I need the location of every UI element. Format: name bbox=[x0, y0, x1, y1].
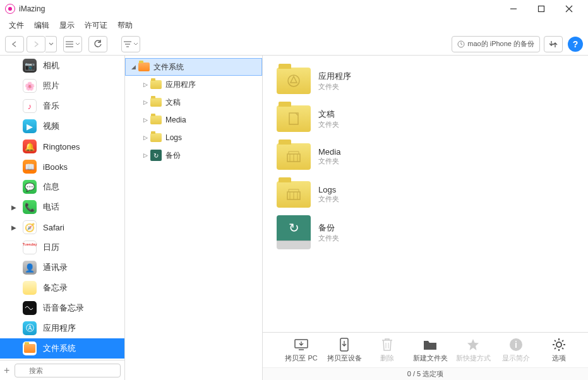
sidebar-list[interactable]: 📷相机 🌸照片 ♪音乐 ▶视频 🔔Ringtones 📖iBooks 💬信息 ▶… bbox=[0, 56, 124, 360]
refresh-button[interactable] bbox=[88, 36, 107, 52]
folder-icon bbox=[150, 79, 162, 90]
grid-item-docs[interactable]: 文稿文件夹 bbox=[275, 104, 417, 134]
chevron-right-icon[interactable]: ▷ bbox=[140, 152, 150, 158]
trash-icon bbox=[380, 337, 395, 352]
add-button[interactable]: + bbox=[4, 364, 9, 377]
folder-icon bbox=[23, 341, 37, 355]
tree-item-apps[interactable]: ▷应用程序 bbox=[125, 76, 262, 93]
info-button[interactable]: i显示简介 bbox=[495, 337, 537, 363]
history-dropdown[interactable] bbox=[45, 36, 57, 52]
search-input[interactable] bbox=[15, 364, 121, 377]
svg-line-37 bbox=[555, 340, 556, 341]
delete-button[interactable]: 删除 bbox=[366, 337, 409, 363]
chevron-right-icon[interactable]: ▷ bbox=[140, 117, 150, 123]
sidebar-item-messages[interactable]: 💬信息 bbox=[0, 177, 124, 197]
folder-logs-icon bbox=[275, 179, 312, 210]
content-panel: 应用程序文件夹 文稿文件夹 Media文件夹 Logs文件夹 ↻ 备份文件夹 拷… bbox=[263, 56, 588, 380]
chevron-right-icon[interactable]: ▷ bbox=[140, 81, 150, 88]
list-view-button[interactable] bbox=[63, 36, 82, 52]
menu-view[interactable]: 显示 bbox=[54, 20, 80, 31]
svg-line-40 bbox=[562, 340, 563, 341]
grid-item-backup[interactable]: ↻ 备份文件夹 bbox=[275, 217, 417, 247]
tree-item-docs[interactable]: ▷文稿 bbox=[125, 93, 262, 111]
sidebar-item-phone[interactable]: ▶📞电话 bbox=[0, 197, 124, 217]
tree-panel: ◢ 文件系统 ▷应用程序 ▷文稿 ▷Media ▷Logs ▷备份 bbox=[125, 56, 263, 380]
svg-text:i: i bbox=[515, 340, 517, 350]
video-icon: ▶ bbox=[23, 119, 37, 133]
appstore-icon: Ⓐ bbox=[23, 321, 37, 335]
sidebar-item-voicememos[interactable]: 语音备忘录 bbox=[0, 298, 124, 318]
tree-root-filesystem[interactable]: ◢ 文件系统 bbox=[125, 58, 262, 76]
grid-item-media[interactable]: Media文件夹 bbox=[275, 141, 417, 172]
contacts-icon: 👤 bbox=[23, 261, 37, 275]
sidebar-item-apps[interactable]: Ⓐ应用程序 bbox=[0, 318, 124, 338]
chevron-right-icon[interactable]: ▶ bbox=[11, 204, 16, 211]
folder-icon bbox=[150, 114, 162, 126]
transfer-button[interactable] bbox=[544, 36, 563, 52]
chevron-down-icon[interactable]: ◢ bbox=[128, 64, 138, 70]
tree-item-logs[interactable]: ▷Logs bbox=[125, 129, 262, 146]
shortcut-button[interactable]: 新快捷方式 bbox=[452, 337, 495, 363]
clock-icon bbox=[457, 40, 465, 48]
backup-label: mao的 iPhone 的备份 bbox=[467, 39, 534, 49]
help-button[interactable]: ? bbox=[568, 37, 583, 52]
chevron-right-icon[interactable]: ▷ bbox=[140, 134, 150, 141]
copy-to-device-button[interactable]: 拷贝至设备 bbox=[323, 337, 366, 363]
close-button[interactable] bbox=[555, 0, 583, 18]
star-icon bbox=[465, 337, 481, 352]
backup-button[interactable]: mao的 iPhone 的备份 bbox=[452, 36, 540, 52]
sidebar-item-photos[interactable]: 🌸照片 bbox=[0, 76, 124, 96]
grid-item-logs[interactable]: Logs文件夹 bbox=[275, 179, 417, 210]
sidebar-item-music[interactable]: ♪音乐 bbox=[0, 96, 124, 116]
folder-icon bbox=[150, 132, 162, 143]
menu-file[interactable]: 文件 bbox=[4, 20, 29, 31]
waveform-icon bbox=[23, 301, 37, 315]
sidebar-item-calendar[interactable]: Tuesday29日历 bbox=[0, 237, 124, 258]
tree-item-media[interactable]: ▷Media bbox=[125, 111, 262, 129]
folder-icon bbox=[138, 61, 150, 73]
maximize-button[interactable] bbox=[527, 0, 555, 18]
filter-button[interactable] bbox=[121, 36, 140, 52]
sidebar-item-filesystem[interactable]: 文件系统 bbox=[0, 338, 124, 359]
status-text: 0 / 5 选定项 bbox=[407, 369, 443, 379]
grid-item-apps[interactable]: 应用程序文件夹 bbox=[275, 66, 417, 96]
svg-line-38 bbox=[562, 348, 563, 349]
chevron-right-icon[interactable]: ▶ bbox=[11, 224, 16, 231]
phone-icon: 📞 bbox=[23, 200, 37, 214]
minimize-button[interactable] bbox=[500, 0, 527, 18]
content-grid[interactable]: 应用程序文件夹 文稿文件夹 Media文件夹 Logs文件夹 ↻ 备份文件夹 bbox=[263, 56, 588, 332]
tree-item-backup[interactable]: ▷备份 bbox=[125, 146, 262, 164]
folder-icon bbox=[423, 337, 438, 352]
sidebar-item-ibooks[interactable]: 📖iBooks bbox=[0, 157, 124, 177]
sidebar-item-safari[interactable]: ▶🧭Safari bbox=[0, 217, 124, 237]
sidebar-item-video[interactable]: ▶视频 bbox=[0, 116, 124, 136]
svg-line-39 bbox=[555, 348, 556, 349]
notes-icon bbox=[23, 281, 37, 295]
menu-license[interactable]: 许可证 bbox=[80, 20, 112, 31]
gear-icon bbox=[551, 337, 567, 352]
folder-apps-icon bbox=[275, 66, 312, 96]
menu-edit[interactable]: 编辑 bbox=[29, 20, 54, 31]
copy-to-pc-button[interactable]: 拷贝至 PC bbox=[280, 337, 323, 363]
window-title: iMazing bbox=[19, 4, 45, 13]
folder-docs-icon bbox=[275, 104, 312, 134]
forward-button[interactable] bbox=[27, 36, 45, 52]
folder-icon bbox=[150, 97, 162, 108]
new-folder-button[interactable]: 新建文件夹 bbox=[409, 337, 452, 363]
menu-help[interactable]: 帮助 bbox=[112, 20, 138, 31]
folder-media-icon bbox=[275, 141, 312, 172]
sidebar: 📷相机 🌸照片 ♪音乐 ▶视频 🔔Ringtones 📖iBooks 💬信息 ▶… bbox=[0, 56, 125, 380]
camera-icon: 📷 bbox=[23, 59, 37, 73]
sidebar-item-contacts[interactable]: 👤通讯录 bbox=[0, 258, 124, 278]
titlebar: iMazing bbox=[0, 0, 588, 18]
main-area: 📷相机 🌸照片 ♪音乐 ▶视频 🔔Ringtones 📖iBooks 💬信息 ▶… bbox=[0, 56, 588, 380]
back-button[interactable] bbox=[5, 36, 24, 52]
backup-icon bbox=[150, 150, 162, 161]
app-logo-icon bbox=[5, 4, 15, 14]
sidebar-item-camera[interactable]: 📷相机 bbox=[0, 56, 124, 76]
sidebar-item-notes[interactable]: 备忘录 bbox=[0, 278, 124, 298]
chevron-right-icon[interactable]: ▷ bbox=[140, 99, 150, 105]
svg-rect-1 bbox=[539, 6, 544, 12]
sidebar-item-ringtones[interactable]: 🔔Ringtones bbox=[0, 136, 124, 157]
options-button[interactable]: 选项 bbox=[537, 337, 580, 363]
